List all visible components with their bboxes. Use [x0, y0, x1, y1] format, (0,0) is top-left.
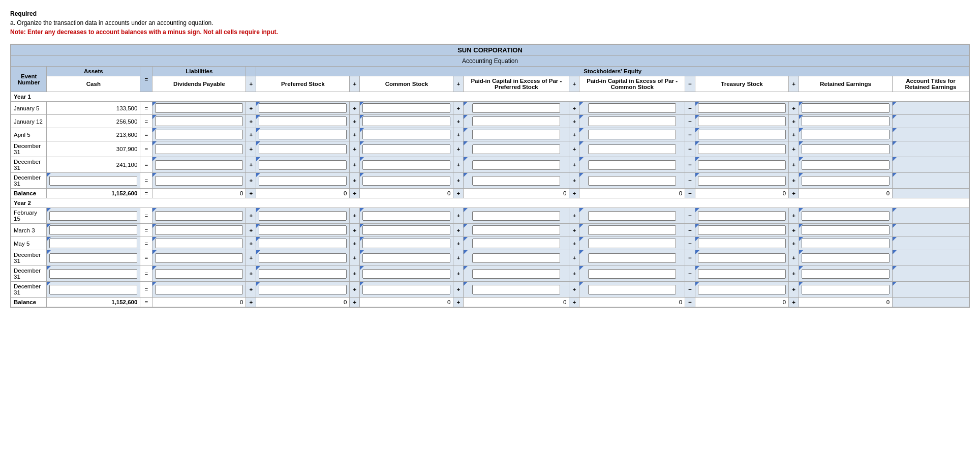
dividends-payable-balance-input[interactable] — [155, 299, 243, 305]
retained-earnings-cell[interactable] — [799, 115, 893, 128]
account-titles-cell[interactable] — [893, 102, 969, 115]
account-titles-cell[interactable] — [893, 115, 969, 128]
dividends-payable-cell[interactable] — [152, 282, 246, 298]
common-stock-cell[interactable] — [360, 208, 453, 224]
dividends-payable-input[interactable] — [155, 211, 243, 221]
treasury-stock-cell[interactable] — [695, 115, 789, 128]
paid-in-common-cell[interactable] — [579, 208, 685, 224]
cash-cell[interactable]: 241,100 — [47, 157, 140, 173]
paid-in-common-cell[interactable] — [579, 173, 685, 189]
dividends-payable-balance-input[interactable] — [155, 190, 243, 196]
cash-input[interactable] — [49, 269, 137, 279]
dividends-payable-cell[interactable] — [152, 173, 246, 189]
cash-cell[interactable]: 213,600 — [47, 128, 140, 141]
account-titles-cell[interactable] — [893, 208, 969, 224]
common-stock-cell[interactable] — [360, 173, 453, 189]
treasury-stock-cell[interactable] — [695, 128, 789, 141]
account-titles-cell[interactable] — [893, 157, 969, 173]
account-titles-cell[interactable] — [893, 224, 969, 237]
paid-in-preferred-cell[interactable] — [464, 298, 569, 307]
dividends-payable-cell[interactable] — [152, 102, 246, 115]
cash-cell[interactable] — [47, 250, 140, 266]
paid-in-preferred-cell[interactable] — [464, 173, 569, 189]
preferred-stock-cell[interactable] — [256, 173, 350, 189]
paid-in-common-cell[interactable] — [579, 298, 685, 307]
paid-in-preferred-cell[interactable] — [464, 157, 569, 173]
preferred-stock-cell[interactable] — [256, 128, 350, 141]
account-titles-cell[interactable] — [893, 282, 969, 298]
dividends-payable-cell[interactable] — [152, 266, 246, 282]
dividends-payable-cell[interactable] — [152, 189, 246, 198]
paid-in-common-cell[interactable] — [579, 102, 685, 115]
retained-earnings-cell[interactable] — [799, 157, 893, 173]
dividends-payable-input[interactable] — [155, 103, 243, 113]
preferred-stock-cell[interactable] — [256, 237, 350, 250]
common-stock-cell[interactable] — [360, 224, 453, 237]
cash-cell[interactable] — [47, 237, 140, 250]
dividends-payable-input[interactable] — [155, 160, 243, 170]
common-stock-cell[interactable] — [360, 128, 453, 141]
paid-in-preferred-cell[interactable] — [464, 250, 569, 266]
preferred-stock-cell[interactable] — [256, 189, 350, 198]
cash-cell[interactable]: 256,500 — [47, 115, 140, 128]
retained-earnings-cell[interactable] — [799, 298, 893, 307]
common-stock-cell[interactable] — [360, 102, 453, 115]
treasury-stock-cell[interactable] — [695, 157, 789, 173]
account-titles-cell[interactable] — [893, 173, 969, 189]
paid-in-common-cell[interactable] — [579, 128, 685, 141]
retained-earnings-cell[interactable] — [799, 282, 893, 298]
dividends-payable-cell[interactable] — [152, 115, 246, 128]
cash-cell[interactable] — [47, 173, 140, 189]
retained-earnings-cell[interactable] — [799, 250, 893, 266]
cash-cell[interactable]: 307,900 — [47, 141, 140, 157]
cash-input[interactable] — [49, 253, 137, 263]
dividends-payable-input[interactable] — [155, 239, 243, 248]
retained-earnings-cell[interactable] — [799, 266, 893, 282]
paid-in-preferred-cell[interactable] — [464, 266, 569, 282]
dividends-payable-input[interactable] — [155, 144, 243, 154]
dividends-payable-cell[interactable] — [152, 237, 246, 250]
preferred-stock-cell[interactable] — [256, 224, 350, 237]
common-stock-cell[interactable] — [360, 157, 453, 173]
preferred-stock-cell[interactable] — [256, 157, 350, 173]
paid-in-common-cell[interactable] — [579, 237, 685, 250]
dividends-payable-cell[interactable] — [152, 128, 246, 141]
paid-in-preferred-cell[interactable] — [464, 115, 569, 128]
preferred-stock-cell[interactable] — [256, 141, 350, 157]
paid-in-common-cell[interactable] — [579, 224, 685, 237]
dividends-payable-input[interactable] — [155, 253, 243, 263]
retained-earnings-cell[interactable] — [799, 189, 893, 198]
preferred-stock-cell[interactable] — [256, 115, 350, 128]
paid-in-common-cell[interactable] — [579, 157, 685, 173]
dividends-payable-cell[interactable] — [152, 208, 246, 224]
paid-in-common-cell[interactable] — [579, 141, 685, 157]
dividends-payable-input[interactable] — [155, 176, 243, 186]
common-stock-cell[interactable] — [360, 237, 453, 250]
paid-in-common-cell[interactable] — [579, 266, 685, 282]
treasury-stock-cell[interactable] — [695, 298, 789, 307]
retained-earnings-cell[interactable] — [799, 173, 893, 189]
cash-cell[interactable] — [47, 282, 140, 298]
treasury-stock-cell[interactable] — [695, 189, 789, 198]
cash-cell[interactable] — [47, 266, 140, 282]
cash-input[interactable] — [49, 176, 137, 186]
common-stock-cell[interactable] — [360, 189, 453, 198]
paid-in-common-cell[interactable] — [579, 250, 685, 266]
account-titles-cell[interactable] — [893, 266, 969, 282]
paid-in-preferred-cell[interactable] — [464, 237, 569, 250]
retained-earnings-cell[interactable] — [799, 237, 893, 250]
paid-in-preferred-cell[interactable] — [464, 282, 569, 298]
preferred-stock-cell[interactable] — [256, 282, 350, 298]
retained-earnings-cell[interactable] — [799, 128, 893, 141]
retained-earnings-cell[interactable] — [799, 224, 893, 237]
preferred-stock-cell[interactable] — [256, 266, 350, 282]
cash-input[interactable] — [49, 285, 137, 294]
dividends-payable-cell[interactable] — [152, 250, 246, 266]
cash-cell[interactable] — [47, 224, 140, 237]
treasury-stock-cell[interactable] — [695, 224, 789, 237]
dividends-payable-input[interactable] — [155, 130, 243, 139]
common-stock-cell[interactable] — [360, 282, 453, 298]
treasury-stock-cell[interactable] — [695, 102, 789, 115]
account-titles-cell[interactable] — [893, 128, 969, 141]
treasury-stock-cell[interactable] — [695, 208, 789, 224]
